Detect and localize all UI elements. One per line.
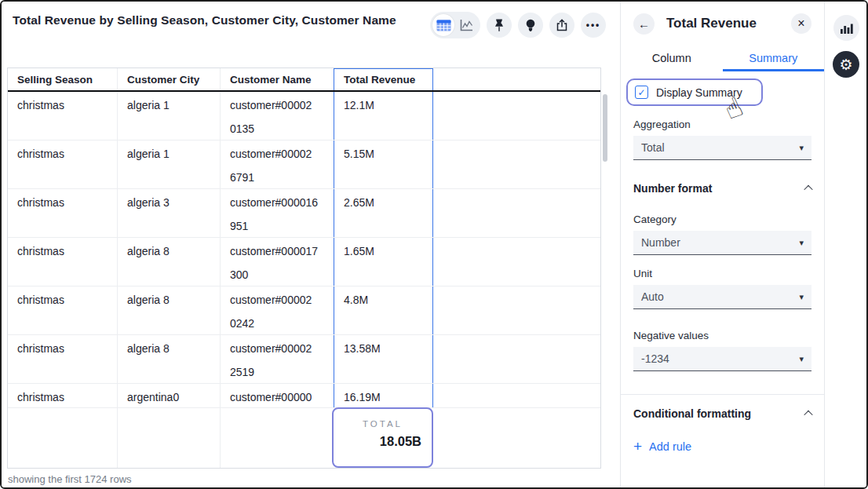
cell-selling-season: christmas [8, 384, 118, 407]
total-value: 18.05B [334, 434, 432, 449]
column-settings-panel: ← Total Revenue × Column Summary ✓ Displ… [620, 2, 824, 487]
cell-customer-name: customer#000016951 [221, 189, 334, 237]
category-select[interactable]: Number ▾ [633, 231, 811, 255]
cell-total-revenue: 12.1M [334, 92, 433, 140]
table-row: christmasalgeria 3customer#0000169512.65… [8, 189, 600, 238]
add-rule-label: Add rule [649, 440, 691, 453]
back-button[interactable]: ← [633, 13, 655, 35]
number-format-section-header: Number format [633, 182, 811, 195]
negative-values-select[interactable]: -1234 ▾ [633, 347, 811, 371]
chart-icon [458, 18, 474, 32]
column-header-selling-season[interactable]: Selling Season [8, 68, 118, 90]
checkmark-icon: ✓ [637, 87, 645, 98]
cell-empty [433, 335, 600, 383]
table-row: christmasalgeria 8customer#00002251913.5… [8, 335, 600, 384]
aggregation-select[interactable]: Total ▾ [633, 136, 811, 160]
right-icon-strip: ⚙ [824, 2, 866, 487]
unit-select[interactable]: Auto ▾ [633, 285, 811, 309]
panel-tabs: Column Summary [621, 47, 824, 71]
unit-value: Auto [641, 290, 664, 303]
cell-selling-season: christmas [8, 286, 118, 334]
table-header-row: Selling Season Customer City Customer Na… [8, 68, 600, 92]
back-icon: ← [638, 17, 650, 31]
column-header-empty [433, 68, 600, 90]
negative-values-label: Negative values [633, 330, 811, 341]
page-title: Total Revenue by Selling Season, Custome… [13, 13, 396, 27]
add-rule-button[interactable]: + Add rule [633, 440, 811, 453]
table-icon [436, 20, 451, 31]
chevron-down-icon: ▾ [799, 292, 804, 302]
section-divider [621, 394, 824, 395]
cell-customer-city: algeria 1 [118, 92, 221, 140]
cell-empty [433, 140, 600, 188]
insights-button[interactable] [518, 13, 543, 38]
cell-customer-name: customer#00000 [221, 384, 334, 407]
conditional-formatting-section-header: Conditional formatting [633, 407, 811, 420]
cell-selling-season: christmas [8, 238, 118, 286]
cell-total-revenue: 2.65M [334, 189, 433, 237]
category-label: Category [633, 213, 811, 225]
cell-customer-city: algeria 3 [118, 189, 221, 237]
chart-view-button[interactable] [454, 14, 478, 36]
display-summary-label: Display Summary [656, 86, 742, 99]
negative-values-value: -1234 [641, 352, 669, 365]
cell-empty [433, 384, 600, 407]
cell-total-revenue: 13.58M [334, 335, 433, 383]
cell-customer-city: argentina0 [118, 384, 221, 407]
panel-header: ← Total Revenue × [633, 12, 811, 35]
table-scrollbar[interactable] [603, 94, 607, 162]
cell-total-revenue: 1.65M [334, 238, 433, 286]
cell-customer-city: algeria 8 [118, 238, 221, 286]
close-button[interactable]: × [791, 13, 811, 34]
cell-customer-name: customer#000020135 [221, 92, 334, 140]
answer-area: Total Revenue by Selling Season, Custome… [2, 2, 620, 487]
more-options-button[interactable]: ••• [581, 13, 606, 38]
cell-selling-season: christmas [8, 335, 118, 383]
collapse-chevron-icon[interactable] [804, 411, 812, 419]
number-format-label: Number format [633, 182, 712, 195]
bar-chart-icon [840, 22, 854, 35]
column-header-customer-name[interactable]: Customer Name [221, 68, 334, 90]
summary-row: TOTAL 18.05B [8, 408, 600, 468]
more-icon: ••• [586, 20, 601, 31]
cell-customer-city: algeria 1 [118, 140, 221, 188]
aggregation-label: Aggregation [633, 119, 811, 130]
tab-summary[interactable]: Summary [723, 47, 825, 71]
pin-button[interactable] [487, 13, 512, 38]
cell-empty [433, 189, 600, 237]
display-summary-highlight: ✓ Display Summary [626, 78, 763, 106]
cell-empty [433, 238, 600, 286]
cell-total-revenue: 5.15M [334, 140, 433, 188]
cell-selling-season: christmas [8, 189, 118, 237]
aggregation-value: Total [641, 141, 665, 154]
tab-column[interactable]: Column [621, 47, 723, 71]
settings-button[interactable]: ⚙ [833, 51, 859, 78]
table-row: christmasalgeria 8customer#0000202424.8M [8, 286, 600, 335]
cell-customer-name: customer#000017300 [221, 238, 334, 286]
data-table: Selling Season Customer City Customer Na… [7, 68, 601, 469]
category-value: Number [641, 236, 680, 249]
table-row: christmasalgeria 1customer#0000267915.15… [8, 140, 600, 189]
cell-customer-city: algeria 8 [118, 335, 221, 383]
cell-empty [8, 408, 118, 468]
cell-total-revenue: 4.8M [334, 286, 433, 334]
table-view-button[interactable] [432, 14, 454, 36]
chevron-down-icon: ▾ [799, 354, 804, 364]
cell-empty [118, 408, 221, 468]
panel-title: Total Revenue [666, 16, 791, 31]
share-button[interactable] [549, 13, 574, 38]
table-row: christmasalgeria 1customer#00002013512.1… [8, 92, 600, 140]
display-summary-checkbox[interactable]: ✓ [635, 86, 648, 99]
total-label: TOTAL [334, 419, 432, 429]
cell-total-revenue: 16.19M [334, 384, 433, 407]
unit-label: Unit [633, 268, 811, 279]
cell-selling-season: christmas [8, 140, 118, 188]
column-header-total-revenue[interactable]: Total Revenue [334, 68, 433, 90]
conditional-formatting-label: Conditional formatting [633, 407, 751, 420]
cell-customer-city: algeria 8 [118, 286, 221, 334]
cell-selling-season: christmas [8, 92, 118, 140]
column-header-customer-city[interactable]: Customer City [118, 68, 221, 90]
collapse-chevron-icon[interactable] [804, 185, 812, 194]
total-summary-box: TOTAL 18.05B [332, 407, 433, 468]
chart-config-button[interactable] [833, 15, 859, 41]
